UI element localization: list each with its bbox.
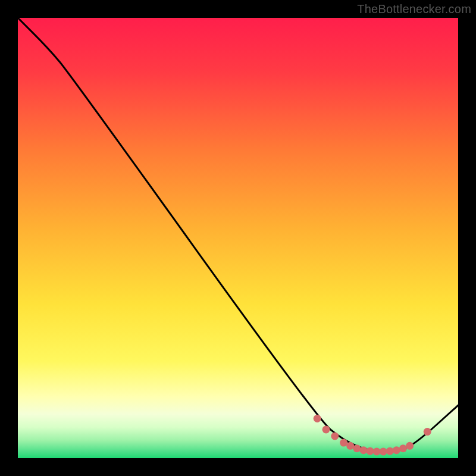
- gradient-bg: [18, 18, 458, 458]
- bottleneck-chart: [18, 18, 458, 458]
- highlight-dot: [340, 439, 347, 447]
- highlight-dot: [373, 447, 381, 455]
- highlight-dot: [424, 428, 431, 436]
- highlight-dot: [399, 444, 407, 452]
- highlight-dot: [359, 446, 367, 454]
- highlight-dot: [380, 447, 387, 455]
- highlight-dot: [367, 447, 374, 455]
- chart-frame: TheBottlenecker.com: [0, 0, 476, 476]
- highlight-dot: [314, 415, 321, 422]
- highlight-dot: [331, 433, 339, 440]
- highlight-dot: [406, 442, 414, 450]
- highlight-dot: [322, 425, 330, 433]
- highlight-dot: [353, 444, 361, 452]
- attribution-text: TheBottlenecker.com: [357, 2, 471, 16]
- highlight-dot: [393, 446, 400, 454]
- highlight-dot: [386, 447, 394, 455]
- highlight-dot: [346, 442, 354, 450]
